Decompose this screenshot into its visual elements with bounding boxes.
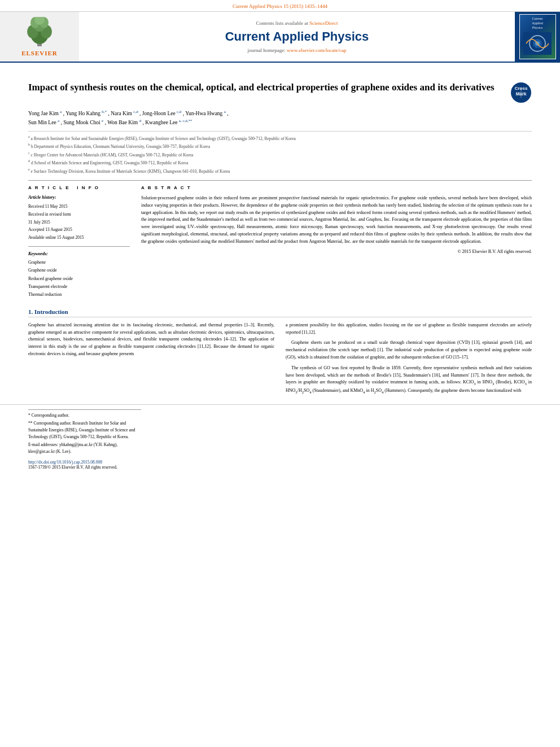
sciencedirect-link[interactable]: ScienceDirect <box>309 20 338 26</box>
banner-left: ELSEVIER <box>0 12 79 62</box>
keyword-thermal: Thermal reduction <box>28 291 130 299</box>
affiliations: a a Research Institute for Solar and Sus… <box>28 131 532 175</box>
copyright: © 2015 Elsevier B.V. All rights reserved… <box>141 249 532 254</box>
revised-date: 31 July 2015 <box>28 219 130 226</box>
intro-col-right: a prominent possibility for this applica… <box>286 322 532 399</box>
abstract-text: Solution-processed graphene oxides in th… <box>141 195 532 246</box>
cover-graphic <box>523 32 552 55</box>
introduction-body: Graphene has attracted increasing attent… <box>28 322 532 399</box>
introduction-heading: 1. Introduction <box>28 308 532 317</box>
keywords-label: Keywords: <box>28 251 130 256</box>
journal-ref-text: Current Applied Physics 15 (2015) 1435–1… <box>233 3 327 9</box>
elsevier-logo: ELSEVIER <box>21 17 58 56</box>
affiliation-e: e e Surface Technology Division, Korea I… <box>28 167 532 175</box>
article-info-section-label: A R T I C L E I N F O <box>28 185 130 190</box>
homepage-label: journal homepage: www.elsevier.com/locat… <box>248 47 347 53</box>
journal-cover-thumbnail: CurrentAppliedPhysics <box>519 14 556 59</box>
received-date: Received 11 May 2015 <box>28 203 130 211</box>
keyword-transparent: Transparent electrode <box>28 283 130 291</box>
affiliation-c: c c Heeger Center for Advanced Materials… <box>28 151 532 159</box>
intro-col-left: Graphene has attracted increasing attent… <box>28 322 274 399</box>
available-date: Available online 15 August 2015 <box>28 234 130 242</box>
banner-center: Contents lists available at ScienceDirec… <box>79 12 515 62</box>
keyword-reduced-graphene: Reduced graphene oxide <box>28 275 130 283</box>
footnotes-section: * Corresponding author. ** Corresponding… <box>0 404 560 455</box>
keyword-graphene: Graphene <box>28 259 130 267</box>
journal-title: Current Applied Physics <box>225 29 369 44</box>
doi-section: http://dx.doi.org/10.1016/j.cap.2015.08.… <box>0 456 560 470</box>
keyword-graphene-oxide: Graphene oxide <box>28 267 130 274</box>
divider <box>28 246 130 247</box>
article-title: Impact of synthesis routes on the chemic… <box>28 81 510 94</box>
affiliation-b: b b Department of Physics Education, Cho… <box>28 142 532 150</box>
elsevier-brand: ELSEVIER <box>21 50 58 56</box>
main-content: Impact of synthesis routes on the chemic… <box>0 63 560 299</box>
abstract-column: A B S T R A C T Solution-processed graph… <box>141 185 532 299</box>
journal-reference: Current Applied Physics 15 (2015) 1435–1… <box>0 0 560 12</box>
affiliation-d: d d School of Materials Science and Engi… <box>28 159 532 167</box>
crossmark-badge: Cross Mark <box>510 82 532 103</box>
doi-link[interactable]: http://dx.doi.org/10.1016/j.cap.2015.08.… <box>28 460 532 465</box>
article-history-label: Article history: <box>28 195 130 200</box>
elsevier-tree-icon <box>23 17 56 48</box>
abstract-section-label: A B S T R A C T <box>141 185 532 190</box>
article-info-column: A R T I C L E I N F O Article history: R… <box>28 185 130 299</box>
footnote-corresponding1: * Corresponding author. <box>28 412 141 419</box>
banner-right: CurrentAppliedPhysics <box>515 12 560 62</box>
introduction-section: 1. Introduction Graphene has attracted i… <box>0 308 560 399</box>
revised-label: Received in revised form <box>28 211 130 219</box>
issn: 1567-1739/© 2015 Elsevier B.V. All right… <box>28 465 532 470</box>
journal-banner: ELSEVIER Contents lists available at Sci… <box>0 12 560 63</box>
cover-text: CurrentAppliedPhysics <box>532 17 542 30</box>
footnote-email: E-mail addresses: yhkahng@jnu.ac.kr (Y.H… <box>28 442 141 455</box>
authors: Yong Jae Kim a , Yung Ho Kahng b,* , Nar… <box>28 109 532 128</box>
article-title-container: Impact of synthesis routes on the chemic… <box>28 81 532 103</box>
homepage-link[interactable]: www.elsevier.com/locate/cap <box>287 47 346 53</box>
accepted-date: Accepted 13 August 2015 <box>28 226 130 234</box>
article-info-abstract-section: A R T I C L E I N F O Article history: R… <box>28 180 532 299</box>
footnote-corresponding2: ** Corresponding author. Research Instit… <box>28 420 141 440</box>
affiliation-a: a a Research Institute for Solar and Sus… <box>28 134 532 142</box>
sciencedirect-label: Contents lists available at ScienceDirec… <box>256 20 338 26</box>
